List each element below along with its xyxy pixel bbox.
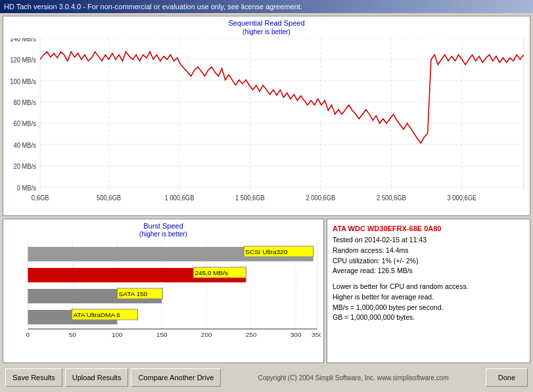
svg-text:3 000,6GE: 3 000,6GE — [447, 194, 476, 202]
svg-text:0 MB/s: 0 MB/s — [17, 184, 36, 192]
burst-speed-panel: Burst Speed (higher is better) — [3, 219, 324, 363]
seq-chart-area: 140 MB/s 120 MB/s 100 MB/s 80 MB/s 60 MB… — [6, 38, 527, 206]
seq-chart-title: Sequential Read Speed — [6, 19, 527, 27]
save-results-button[interactable]: Save Results — [5, 368, 62, 387]
svg-text:350: 350 — [312, 331, 321, 338]
svg-text:100: 100 — [112, 331, 123, 338]
done-button[interactable]: Done — [486, 368, 528, 387]
svg-text:250: 250 — [246, 331, 257, 338]
sequential-read-panel: Sequential Read Speed (higher is better) — [3, 16, 530, 216]
svg-text:50: 50 — [69, 331, 76, 338]
cpu-util-info: CPU utilization: 1% (+/- 2%) — [333, 256, 524, 267]
svg-text:80 MB/s: 80 MB/s — [14, 99, 36, 107]
info-notes: Lower is better for CPU and random acces… — [333, 282, 524, 323]
svg-text:120 MB/s: 120 MB/s — [10, 56, 36, 64]
svg-text:0: 0 — [26, 331, 30, 338]
svg-text:0,6GB: 0,6GB — [32, 194, 49, 202]
svg-text:300: 300 — [290, 331, 302, 338]
seq-chart-subtitle: (higher is better) — [6, 28, 527, 35]
avg-read-info: Average read: 126.5 MB/s — [333, 266, 524, 276]
svg-text:245,0 MB/s: 245,0 MB/s — [195, 269, 228, 276]
random-access-info: Random access: 14.4ms — [333, 246, 524, 256]
svg-text:SATA 150: SATA 150 — [119, 290, 148, 297]
svg-text:1 000,6GB: 1 000,6GB — [165, 194, 195, 202]
note-2: Higher is better for average read. — [333, 292, 524, 303]
drive-title: ATA WDC WD30EFRX-68E 0A80 — [333, 225, 524, 232]
footer-copyright: Copyright (C) 2004 Simpli Software, Inc.… — [223, 374, 482, 381]
upload-results-button[interactable]: Upload Results — [65, 368, 129, 387]
svg-text:1 500,6GB: 1 500,6GB — [235, 194, 265, 202]
burst-chart-title: Burst Speed — [6, 222, 321, 230]
svg-text:2 000,6GB: 2 000,6GB — [306, 194, 336, 202]
svg-text:100 MB/s: 100 MB/s — [10, 77, 36, 85]
note-3: MB/s = 1,000,000 bytes per second. — [333, 303, 524, 313]
title-bar-text: HD Tach version 3.0.4.0 - For non-commer… — [4, 3, 302, 11]
compare-another-drive-button[interactable]: Compare Another Drive — [131, 368, 221, 387]
info-panel: ATA WDC WD30EFRX-68E 0A80 Tested on 2014… — [327, 219, 530, 363]
svg-text:20 MB/s: 20 MB/s — [14, 163, 36, 171]
footer: Save Results Upload Results Compare Anot… — [3, 366, 530, 389]
svg-rect-1 — [6, 38, 527, 206]
svg-text:500,6GB: 500,6GB — [97, 194, 121, 202]
svg-text:SCSI Ultra320: SCSI Ultra320 — [245, 248, 287, 255]
svg-text:150: 150 — [156, 331, 168, 338]
note-4: GB = 1,000,000,000 bytes. — [333, 313, 524, 323]
tested-info: Tested on 2014-02-15 at 11:43 — [333, 235, 524, 246]
svg-text:ATA UltraDMA 6: ATA UltraDMA 6 — [73, 311, 120, 318]
burst-chart-subtitle: (higher is better) — [6, 230, 321, 238]
svg-text:40 MB/s: 40 MB/s — [14, 141, 36, 149]
svg-text:200: 200 — [201, 331, 212, 338]
svg-text:140 MB/s: 140 MB/s — [10, 38, 36, 43]
note-1: Lower is better for CPU and random acces… — [333, 282, 524, 292]
svg-text:2 500,6GB: 2 500,6GB — [377, 194, 406, 202]
svg-text:60 MB/s: 60 MB/s — [14, 120, 36, 128]
